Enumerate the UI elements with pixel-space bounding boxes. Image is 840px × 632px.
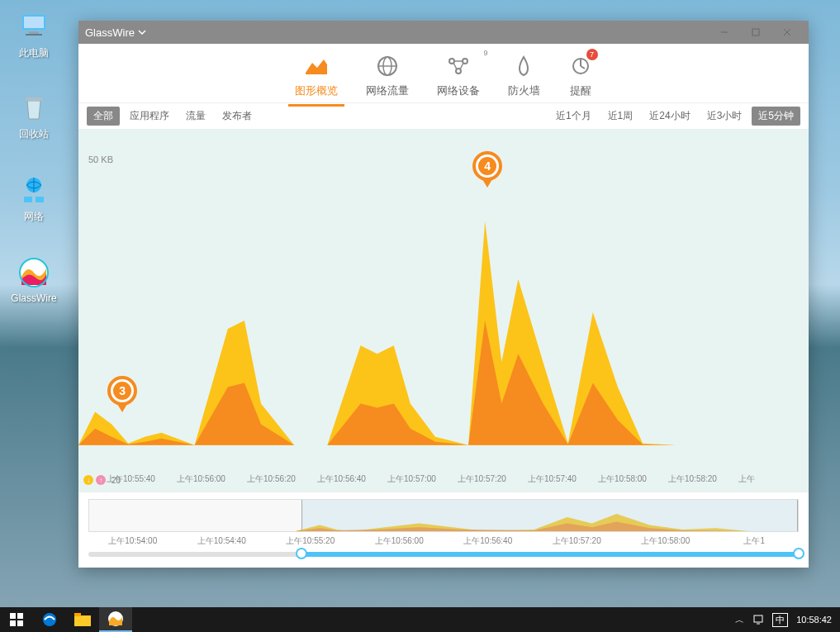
tab-network-traffic[interactable]: 网络流量 — [359, 49, 415, 98]
taskbar-glasswire[interactable] — [99, 607, 132, 632]
svg-rect-22 — [17, 613, 23, 619]
desktop-icon-glasswire[interactable]: GlassWire — [3, 256, 64, 304]
x-axis-labels: 上午10:55:40上午10:56:00上午10:56:20上午10:56:40… — [78, 473, 809, 485]
glasswire-window: GlassWire 图形概览 网络流量 网络设备 9 防火墙 提醒 — [78, 21, 809, 568]
svg-rect-29 — [754, 615, 762, 622]
svg-rect-1 — [24, 17, 44, 28]
chart-icon — [304, 54, 329, 78]
firewall-icon — [511, 54, 536, 78]
range-1week[interactable]: 近1周 — [601, 107, 640, 126]
svg-rect-7 — [36, 197, 44, 202]
network-icon — [17, 173, 50, 207]
slider-thumb-end[interactable] — [793, 548, 804, 559]
close-button[interactable] — [772, 22, 802, 42]
chevron-down-icon — [138, 30, 146, 35]
range-3h[interactable]: 近3小时 — [700, 107, 749, 126]
filter-publisher[interactable]: 发布者 — [216, 107, 259, 126]
slider-thumb-start[interactable] — [296, 548, 307, 559]
traffic-chart-svg — [78, 130, 809, 445]
computer-icon — [17, 10, 50, 43]
event-marker[interactable]: 3 — [107, 376, 137, 412]
taskbar-explorer[interactable] — [66, 607, 99, 632]
filter-traffic[interactable]: 流量 — [179, 107, 212, 126]
tray-network-icon[interactable] — [752, 614, 764, 625]
mini-x-labels: 上午10:54:00上午10:54:40上午10:55:20上午10:56:00… — [88, 535, 799, 547]
tab-network-devices[interactable]: 网络设备 9 — [430, 49, 486, 98]
nav-tabs: 图形概览 网络流量 网络设备 9 防火墙 提醒 7 — [78, 44, 809, 103]
svg-rect-4 — [26, 97, 42, 101]
tab-alerts[interactable]: 提醒 7 — [562, 49, 600, 98]
svg-rect-24 — [17, 620, 23, 626]
mini-chart[interactable] — [88, 499, 799, 532]
svg-rect-11 — [752, 29, 759, 36]
taskbar-edge[interactable] — [33, 607, 66, 632]
range-1month[interactable]: 近1个月 — [549, 107, 598, 126]
desktop-icon-recyclebin[interactable]: 回收站 — [3, 91, 64, 141]
desktop-icon-computer[interactable]: 此电脑 — [3, 10, 64, 60]
clock[interactable]: 10:58:42 — [796, 615, 832, 625]
svg-rect-3 — [26, 34, 42, 36]
glasswire-icon — [17, 256, 50, 289]
timeline-slider[interactable] — [88, 552, 799, 557]
svg-rect-26 — [74, 615, 91, 626]
tab-graph-overview[interactable]: 图形概览 — [288, 49, 344, 98]
alert-count-badge: 7 — [586, 49, 598, 60]
device-count-badge: 9 — [483, 49, 487, 57]
svg-rect-23 — [10, 620, 16, 626]
globe-icon — [375, 54, 400, 78]
app-menu[interactable]: GlassWire — [85, 26, 146, 39]
tray-chevron-icon[interactable]: ︿ — [735, 614, 744, 626]
main-chart[interactable]: 50 KB 34 ↓ ↑ 20 上午10:55:40上午10:56:00上午10… — [78, 130, 809, 492]
filter-bar: 全部 应用程序 流量 发布者 近1个月 近1周 近24小时 近3小时 近5分钟 — [78, 103, 809, 130]
recyclebin-icon — [17, 91, 50, 124]
desktop-icon-network[interactable]: 网络 — [3, 173, 64, 224]
svg-rect-6 — [24, 197, 32, 202]
tab-firewall[interactable]: 防火墙 — [501, 49, 547, 98]
minimize-button[interactable] — [709, 22, 739, 42]
titlebar[interactable]: GlassWire — [78, 21, 809, 44]
filter-all[interactable]: 全部 — [87, 107, 120, 126]
visible-window[interactable] — [301, 500, 798, 531]
filter-apps[interactable]: 应用程序 — [123, 107, 176, 126]
maximize-button[interactable] — [741, 22, 771, 42]
taskbar: ︿ 中 10:58:42 — [0, 607, 840, 632]
svg-line-20 — [581, 66, 585, 69]
svg-rect-27 — [74, 613, 81, 616]
ime-indicator[interactable]: 中 — [772, 613, 788, 627]
devices-icon — [446, 54, 471, 78]
svg-rect-2 — [29, 31, 39, 34]
start-button[interactable] — [0, 607, 33, 632]
mini-timeline: 上午10:54:00上午10:54:40上午10:55:20上午10:56:00… — [78, 492, 809, 568]
range-24h[interactable]: 近24小时 — [643, 107, 696, 126]
range-5min[interactable]: 近5分钟 — [752, 107, 800, 126]
svg-rect-21 — [10, 613, 16, 619]
event-marker[interactable]: 4 — [472, 151, 502, 188]
